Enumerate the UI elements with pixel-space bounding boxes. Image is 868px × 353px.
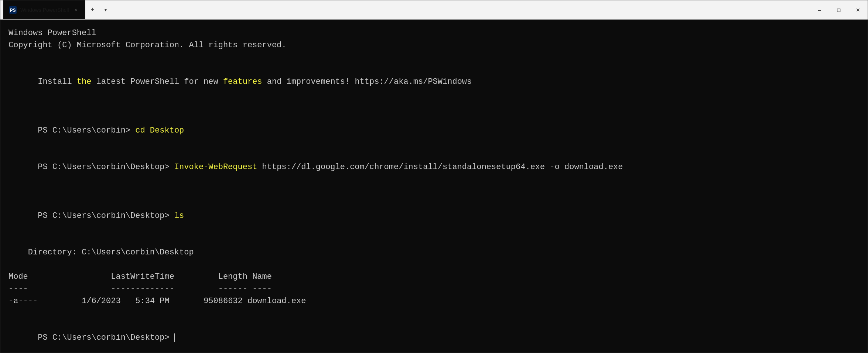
col-name: Name	[252, 272, 272, 281]
output-line-1: Windows PowerShell	[8, 27, 860, 39]
file-date: 1/6/2023	[82, 297, 121, 306]
ls-file-row: -a---- 1/6/2023 5:34 PM 95086632 downloa…	[8, 295, 860, 307]
powershell-window: PS Windows PowerShell × + ▾ – □ ✕ Window…	[0, 0, 868, 353]
cmd-7-white: https://dl.google.com/chrome/install/sta…	[257, 162, 623, 172]
maximize-button[interactable]: □	[829, 0, 848, 19]
the-text: the	[77, 77, 92, 86]
active-tab[interactable]: PS Windows PowerShell ×	[3, 0, 85, 19]
latest-text: latest PowerShell for new	[91, 77, 223, 86]
cmd-9: ls	[174, 211, 184, 220]
close-button[interactable]: ✕	[848, 0, 868, 19]
output-line-12	[8, 258, 860, 271]
features-text: features	[223, 77, 262, 86]
ls-separator: ---- ------------- ------ ----	[8, 283, 860, 295]
col-len: Length	[218, 272, 247, 281]
file-name: download.exe	[247, 297, 306, 306]
file-size: 95086632	[204, 297, 243, 306]
cmd-6: cd Desktop	[135, 126, 184, 135]
output-line-4: Install the latest PowerShell for new fe…	[8, 64, 860, 100]
tab-dropdown-button[interactable]: ▾	[100, 0, 111, 19]
cursor	[174, 333, 175, 342]
prompt-7: PS C:\Users\corbin\Desktop>	[38, 162, 174, 172]
col-lwt: LastWriteTime	[111, 272, 174, 281]
ls-header: Mode LastWriteTime Length Name	[8, 271, 860, 283]
minimize-button[interactable]: –	[810, 0, 829, 19]
sep-mode: ----	[8, 284, 28, 294]
output-line-3	[8, 51, 860, 64]
window-controls: – □ ✕	[810, 0, 868, 19]
sep-len: ------	[218, 284, 247, 294]
output-line-2: Copyright (C) Microsoft Corporation. All…	[8, 39, 860, 51]
output-line-11: Directory: C:\Users\corbin\Desktop	[8, 246, 860, 258]
title-bar: PS Windows PowerShell × + ▾ – □ ✕	[0, 0, 868, 20]
sep-lwt: -------------	[111, 284, 174, 294]
output-line-7: PS C:\Users\corbin\Desktop> Invoke-WebRe…	[8, 149, 860, 185]
improvements-text: and improvements! https://aka.ms/PSWindo…	[262, 77, 472, 86]
output-line-9: PS C:\Users\corbin\Desktop> ls	[8, 198, 860, 234]
install-text: Install	[38, 77, 77, 86]
cmd-7-yellow: Invoke-WebRequest	[174, 162, 257, 172]
tab-title-label: Windows PowerShell	[20, 7, 69, 13]
sep-name: ----	[252, 284, 272, 294]
svg-text:PS: PS	[10, 8, 16, 13]
col-mode: Mode	[8, 272, 28, 281]
output-line-10	[8, 234, 860, 246]
output-line-8	[8, 185, 860, 198]
output-line-blank	[8, 307, 860, 319]
output-line-6: PS C:\Users\corbin> cd Desktop	[8, 112, 860, 149]
prompt-9: PS C:\Users\corbin\Desktop>	[38, 211, 174, 220]
tab-area: PS Windows PowerShell × + ▾	[3, 0, 810, 19]
terminal-body[interactable]: Windows PowerShell Copyright (C) Microso…	[0, 20, 868, 353]
prompt-final: PS C:\Users\corbin\Desktop>	[38, 333, 174, 342]
prompt-6: PS C:\Users\corbin>	[38, 126, 135, 135]
output-line-5	[8, 100, 860, 112]
tab-close-button[interactable]: ×	[73, 7, 79, 13]
file-mode: -a----	[8, 297, 38, 306]
output-line-final: PS C:\Users\corbin\Desktop>	[8, 319, 860, 353]
new-tab-button[interactable]: +	[85, 0, 100, 19]
powershell-tab-icon: PS	[9, 6, 17, 14]
file-time: 5:34 PM	[135, 297, 169, 306]
